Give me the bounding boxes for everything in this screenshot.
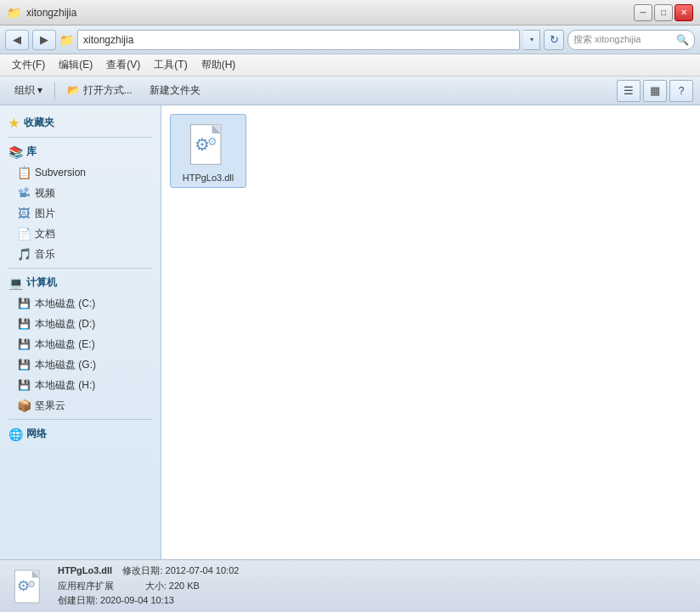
music-label: 音乐 <box>35 247 55 262</box>
refresh-button[interactable]: ↻ <box>544 30 564 50</box>
favorites-label: 收藏夹 <box>24 116 54 130</box>
drive-e-icon: 💾 <box>17 338 31 350</box>
sidebar-item-music[interactable]: 🎵 音乐 <box>0 244 161 264</box>
search-placeholder: 搜索 xitongzhijia <box>573 33 674 46</box>
status-created: 创建日期: 2020-09-04 10:13 <box>58 595 174 605</box>
title-bar-controls: ─ □ ✕ <box>634 4 693 21</box>
menu-tools[interactable]: 工具(T) <box>147 56 194 74</box>
computer-label: 计算机 <box>26 275 57 290</box>
toolbar: 组织 ▾ 📂 打开方式... 新建文件夹 ☰ ▦ ? <box>0 76 700 105</box>
forward-button[interactable]: ▶ <box>32 30 56 50</box>
close-button[interactable]: ✕ <box>675 4 693 21</box>
network-label: 网络 <box>26 427 47 441</box>
new-folder-button[interactable]: 新建文件夹 <box>142 80 208 102</box>
sidebar-drive-d[interactable]: 💾 本地磁盘 (D:) <box>0 314 161 334</box>
library-icon: 📚 <box>8 145 22 159</box>
content-area: ⚙ ⚙ HTPgLo3.dll <box>161 105 700 559</box>
search-box[interactable]: 搜索 xitongzhijia 🔍 <box>567 30 695 50</box>
menu-help[interactable]: 帮助(H) <box>195 56 243 74</box>
subversion-label: Subversion <box>35 167 86 178</box>
sidebar-item-subversion[interactable]: 📋 Subversion <box>0 162 161 183</box>
sidebar-library-header[interactable]: 📚 库 <box>0 141 161 162</box>
sidebar-favorites-header[interactable]: ★ 收藏夹 <box>0 112 161 133</box>
drive-c-label: 本地磁盘 (C:) <box>35 297 95 311</box>
main-area: ★ 收藏夹 📚 库 📋 Subversion 📽 视频 🖼 图片 📄 文档 🎵 … <box>0 105 700 559</box>
dll-file-icon: ⚙ ⚙ <box>187 122 229 167</box>
drive-e-label: 本地磁盘 (E:) <box>35 337 95 352</box>
documents-label: 文档 <box>35 227 55 241</box>
sidebar-divider-2 <box>8 268 152 269</box>
status-modified: 修改日期: 2012-07-04 10:02 <box>122 565 239 575</box>
menu-file[interactable]: 文件(F) <box>5 56 52 74</box>
status-filename: HTPgLo3.dll <box>58 565 112 575</box>
status-bar: ⚙ ⚙ HTPgLo3.dll 修改日期: 2012-07-04 10:02 应… <box>0 559 700 612</box>
sidebar-computer-header[interactable]: 💻 计算机 <box>0 272 161 293</box>
documents-icon: 📄 <box>17 227 31 241</box>
drive-g-icon: 💾 <box>17 359 31 371</box>
menu-view[interactable]: 查看(V) <box>99 56 147 74</box>
open-with-button[interactable]: 📂 打开方式... <box>59 80 139 102</box>
sidebar-drive-g[interactable]: 💾 本地磁盘 (G:) <box>0 354 161 375</box>
view-options-button[interactable]: ☰ <box>617 80 641 102</box>
pictures-icon: 🖼 <box>17 207 31 220</box>
drive-d-label: 本地磁盘 (D:) <box>35 317 95 332</box>
help-button[interactable]: ? <box>669 80 693 102</box>
title-folder-icon: 📁 <box>7 6 21 20</box>
address-field[interactable]: xitongzhijia <box>77 30 520 50</box>
drive-h-label: 本地磁盘 (H:) <box>35 378 95 393</box>
star-icon: ★ <box>8 116 20 130</box>
svg-text:⚙: ⚙ <box>27 578 36 588</box>
sidebar: ★ 收藏夹 📚 库 📋 Subversion 📽 视频 🖼 图片 📄 文档 🎵 … <box>0 105 161 559</box>
status-type: 应用程序扩展 <box>58 581 114 591</box>
status-size: 大小: 220 KB <box>145 581 200 591</box>
svg-text:⚙: ⚙ <box>207 135 217 148</box>
maximize-button[interactable]: □ <box>654 4 673 21</box>
file-name: HTPgLo3.dll <box>183 173 234 183</box>
address-path: xitongzhijia <box>83 34 133 46</box>
sidebar-item-pictures[interactable]: 🖼 图片 <box>0 203 161 224</box>
status-line-2: 应用程序扩展 大小: 220 KB <box>58 579 690 594</box>
title-bar-left: 📁 xitongzhijia <box>7 6 76 20</box>
search-icon: 🔍 <box>676 34 689 46</box>
subversion-icon: 📋 <box>17 166 31 179</box>
status-line-1: HTPgLo3.dll 修改日期: 2012-07-04 10:02 <box>58 564 690 579</box>
sidebar-item-video[interactable]: 📽 视频 <box>0 183 161 203</box>
file-item-htpglo3[interactable]: ⚙ ⚙ HTPgLo3.dll <box>170 114 246 188</box>
file-icon-container: ⚙ ⚙ <box>183 119 234 170</box>
window-title: xitongzhijia <box>26 7 76 19</box>
menu-edit[interactable]: 编辑(E) <box>52 56 99 74</box>
sidebar-drive-c[interactable]: 💾 本地磁盘 (C:) <box>0 293 161 314</box>
drive-d-icon: 💾 <box>17 318 31 330</box>
back-button[interactable]: ◀ <box>5 30 29 50</box>
library-label: 库 <box>26 144 37 159</box>
status-dll-icon: ⚙ ⚙ <box>12 568 46 605</box>
minimize-button[interactable]: ─ <box>634 4 652 21</box>
music-icon: 🎵 <box>17 247 31 261</box>
sidebar-jianguoyun[interactable]: 📦 坚果云 <box>0 395 161 416</box>
computer-icon: 💻 <box>8 276 22 290</box>
address-dropdown-button[interactable]: ▾ <box>523 30 540 50</box>
toolbar-right: ☰ ▦ ? <box>617 80 693 102</box>
sidebar-drive-e[interactable]: 💾 本地磁盘 (E:) <box>0 334 161 354</box>
sidebar-network-header[interactable]: 🌐 网络 <box>0 423 161 445</box>
drive-g-label: 本地磁盘 (G:) <box>35 358 96 372</box>
drive-h-icon: 💾 <box>17 379 31 391</box>
status-line-3: 创建日期: 2020-09-04 10:13 <box>58 593 690 609</box>
video-label: 视频 <box>35 186 55 201</box>
jianguoyun-label: 坚果云 <box>35 399 65 413</box>
view-toggle-button[interactable]: ▦ <box>643 80 667 102</box>
organize-button[interactable]: 组织 ▾ <box>7 80 50 102</box>
sidebar-divider-1 <box>8 137 152 138</box>
drive-c-icon: 💾 <box>17 298 31 309</box>
toolbar-separator <box>54 82 55 100</box>
status-file-icon: ⚙ ⚙ <box>10 568 48 605</box>
address-bar: ◀ ▶ 📁 xitongzhijia ▾ ↻ 搜索 xitongzhijia 🔍 <box>0 26 700 54</box>
sidebar-drive-h[interactable]: 💾 本地磁盘 (H:) <box>0 375 161 395</box>
address-folder-icon: 📁 <box>59 33 74 47</box>
video-icon: 📽 <box>17 186 31 200</box>
title-bar: 📁 xitongzhijia ─ □ ✕ <box>0 0 700 26</box>
cloud-icon: 📦 <box>17 399 31 412</box>
sidebar-item-documents[interactable]: 📄 文档 <box>0 224 161 244</box>
menu-bar: 文件(F) 编辑(E) 查看(V) 工具(T) 帮助(H) <box>0 54 700 76</box>
status-info: HTPgLo3.dll 修改日期: 2012-07-04 10:02 应用程序扩… <box>58 564 690 609</box>
